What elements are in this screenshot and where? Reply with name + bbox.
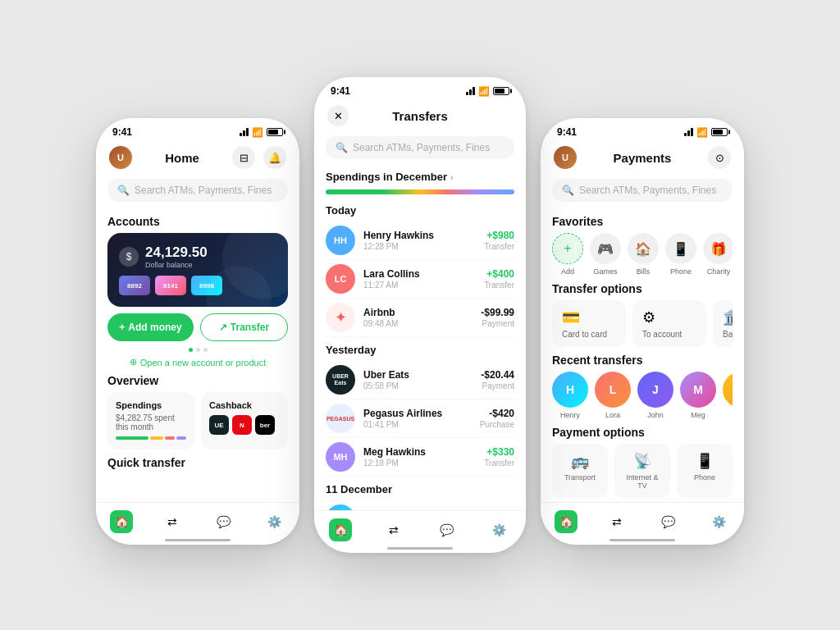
transaction-uber[interactable]: UBEREats Uber Eats 05:58 PM -$20.44 Paym…	[326, 361, 514, 399]
open-account-link[interactable]: ⊕ Open a new account or product	[107, 357, 288, 368]
lora-recent-name: Lora	[605, 411, 620, 419]
nav-chat-right[interactable]: 💬	[656, 510, 679, 533]
add-circle[interactable]: +	[552, 233, 583, 264]
nav-transfer[interactable]: ⇄	[161, 510, 184, 533]
nav-settings-center[interactable]: ⚙️	[488, 518, 511, 541]
nav-home-right[interactable]: 🏠	[555, 510, 578, 533]
spendings-card-title: Spendings	[116, 400, 186, 410]
recent-meg[interactable]: M Meg	[680, 372, 716, 419]
favorites-title: Favorites	[552, 215, 733, 228]
yesterday-header: Yesterday	[326, 344, 514, 356]
dot-2	[196, 348, 200, 352]
transaction-meg[interactable]: MH Meg Hawkins 12:18 PM +$330 Transfer	[326, 438, 514, 477]
transport-icon: 🚌	[571, 452, 589, 470]
nav-home-center[interactable]: 🏠	[329, 518, 352, 541]
cashback-logos: UE N ber	[209, 415, 280, 435]
meg-time: 12:18 PM	[363, 459, 476, 468]
fav-add-label: Add	[561, 267, 574, 276]
fav-games-label: Games	[593, 267, 617, 276]
transfer-nav-icon-center: ⇄	[382, 518, 405, 541]
accounts-title: Accounts	[107, 215, 288, 228]
fav-charity[interactable]: 🎁 Charity	[703, 233, 733, 276]
airbnb-amount-value: -$99.99	[481, 307, 514, 318]
nav-home[interactable]: 🏠	[110, 510, 133, 533]
phone-circle[interactable]: 📱	[665, 233, 696, 264]
spendings-header[interactable]: Spendings in December ›	[326, 171, 514, 183]
transfer-options-title: Transfer options	[552, 282, 733, 295]
status-icons-right: 📶	[684, 127, 728, 138]
mini-card-2[interactable]: 8141	[155, 276, 186, 295]
recent-john[interactable]: J John	[637, 372, 673, 419]
transport-option[interactable]: 🚌 Transport	[552, 444, 608, 498]
uber-logo: ber	[255, 415, 275, 435]
henry-avatar: HH	[326, 226, 355, 255]
card-to-card-option[interactable]: 💳 Card to card	[552, 300, 626, 347]
uber-eats-logo: UE	[209, 415, 229, 435]
to-account-option[interactable]: ⚙ To account	[632, 300, 706, 347]
nav-settings-right[interactable]: ⚙️	[707, 510, 730, 533]
recent-lora[interactable]: L Lora	[595, 372, 631, 419]
airbnb-name: Airbnb	[363, 307, 472, 318]
airbnb-time: 09:48 AM	[363, 319, 472, 328]
avatar-right[interactable]: U	[554, 146, 577, 169]
henry-amount-value: +$980	[484, 230, 514, 241]
recent-henry[interactable]: H Henry	[552, 372, 588, 419]
bills-circle[interactable]: 🏠	[628, 233, 659, 264]
bell-button[interactable]: 🔔	[263, 146, 286, 169]
mini-card-1[interactable]: 8892	[119, 276, 150, 295]
add-money-button[interactable]: + Add money	[107, 313, 194, 341]
recent-lee[interactable]: L Lee	[723, 372, 733, 419]
nav-chat-center[interactable]: 💬	[435, 518, 458, 541]
spendings-card[interactable]: Spendings $4,282.75 spent this month	[107, 392, 194, 450]
cashback-card[interactable]: Cashback UE N ber	[201, 392, 288, 450]
bank-option[interactable]: 🏛️ Bank t...	[713, 300, 733, 347]
payments-title: Payments	[614, 151, 672, 165]
transaction-lara[interactable]: LC Lara Collins 11:27 AM +$400 Transfer	[326, 260, 514, 299]
henry-time: 12:28 PM	[363, 242, 476, 251]
internet-tv-option[interactable]: 📡 Internet & TV	[614, 444, 670, 498]
nav-chat[interactable]: 💬	[212, 510, 235, 533]
wifi-icon-center: 📶	[478, 86, 490, 97]
transaction-pegasus[interactable]: PEGASUS Pegasus Airlines 01:41 PM -$420 …	[326, 399, 514, 438]
balance-label: Dollar balance	[145, 261, 208, 269]
home-content: Accounts $ 24,129.50 Dollar balance 8892…	[96, 208, 299, 545]
meg-amount-value: +$330	[484, 446, 514, 458]
mini-card-3[interactable]: 8998	[191, 276, 222, 295]
battery-fill-left	[268, 130, 278, 135]
scan-button[interactable]: ⊙	[708, 146, 731, 169]
time-center: 9:41	[331, 85, 350, 97]
account-card: $ 24,129.50 Dollar balance 8892 8141 899…	[107, 233, 288, 307]
payment-options-title: Payment options	[552, 426, 733, 439]
transaction-airbnb[interactable]: ✦ Airbnb 09:48 AM -$99.99 Payment	[326, 299, 514, 337]
battery-left	[267, 128, 283, 136]
signal-bar-2	[243, 130, 245, 136]
charity-circle[interactable]: 🎁	[703, 233, 733, 264]
avatar-left[interactable]: U	[109, 146, 132, 169]
fav-bills[interactable]: 🏠 Bills	[628, 233, 659, 276]
fav-add[interactable]: + Add	[552, 233, 583, 276]
chat-nav-icon-center: 💬	[435, 518, 458, 541]
search-icon-center: 🔍	[336, 142, 348, 153]
nav-settings[interactable]: ⚙️	[262, 510, 285, 533]
games-circle[interactable]: 🎮	[590, 233, 621, 264]
meg-info: Meg Hawkins 12:18 PM	[363, 446, 476, 468]
home-indicator-right	[609, 539, 675, 541]
fav-phone[interactable]: 📱 Phone	[665, 233, 696, 276]
nav-transfer-center[interactable]: ⇄	[382, 518, 405, 541]
search-bar-right[interactable]: 🔍 Search ATMs, Payments, Fines	[552, 179, 733, 202]
phone-payment-option[interactable]: 📱 Phone	[677, 444, 733, 498]
account-icon: $	[119, 247, 139, 267]
lara-info: Lara Collins 11:27 AM	[363, 268, 476, 290]
close-button[interactable]: ✕	[327, 105, 349, 126]
transaction-henry[interactable]: HH Henry Hawkins 12:28 PM +$980 Transfer	[326, 221, 514, 260]
search-bar-left[interactable]: 🔍 Search ATMs, Payments, Fines	[107, 179, 288, 202]
search-bar-center[interactable]: 🔍 Search ATMs, Payments, Fines	[326, 136, 514, 159]
john-recent-name: John	[647, 411, 664, 419]
spendings-card-value: $4,282.75 spent this month	[116, 413, 186, 431]
time-right: 9:41	[557, 126, 577, 138]
transfer-button[interactable]: ↗ Transfer	[200, 313, 288, 341]
fav-games[interactable]: 🎮 Games	[590, 233, 621, 276]
nav-transfer-right[interactable]: ⇄	[605, 510, 628, 533]
qr-button[interactable]: ⊟	[232, 146, 255, 169]
balance-amount: 24,129.50	[145, 244, 208, 261]
